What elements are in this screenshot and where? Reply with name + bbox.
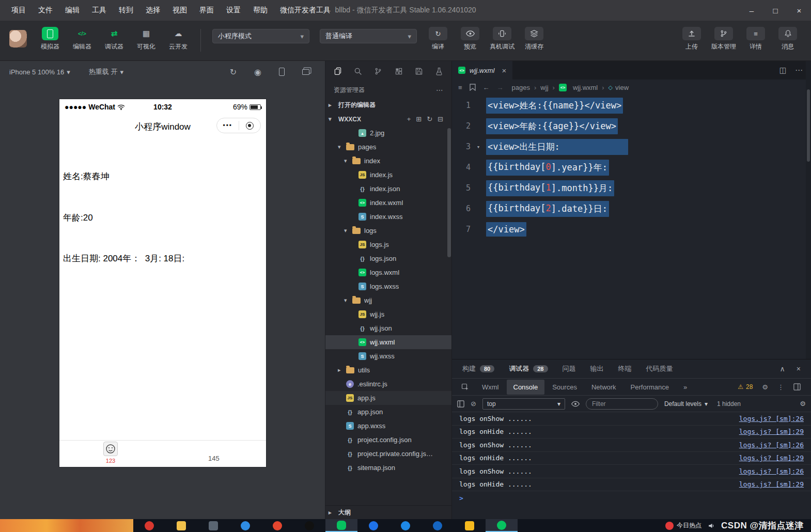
tree-item-wjj-json[interactable]: wjj.json — [325, 321, 451, 335]
panel-close-icon[interactable]: × — [797, 365, 801, 373]
search-icon[interactable] — [354, 67, 362, 75]
tree-item-logs-wxml[interactable]: logs.wxml — [325, 265, 451, 279]
tree-item-index-wxss[interactable]: index.wxss — [325, 210, 451, 224]
record-stop-icon[interactable]: ◉ — [254, 67, 261, 77]
restart-icon[interactable]: ↻ — [230, 67, 237, 77]
version-control-button[interactable]: 版本管理 — [708, 26, 740, 51]
console-source-link[interactable]: logs.js? [sm]:26 — [739, 467, 804, 475]
menu-project[interactable]: 项目 — [5, 0, 32, 21]
devtools-tab-wxml[interactable]: Wxml — [475, 380, 506, 395]
user-avatar[interactable] — [9, 30, 27, 48]
remote-debug-button[interactable]: 真机调试 — [486, 26, 518, 51]
tree-item-app-wxss[interactable]: app.wxss — [325, 419, 451, 433]
tree-item-index-js[interactable]: index.js — [325, 168, 451, 182]
close-button[interactable]: × — [787, 0, 811, 21]
console-source-link[interactable]: logs.js? [sm]:29 — [739, 428, 804, 435]
collapse-all-icon[interactable]: ⊟ — [438, 115, 443, 123]
new-file-icon[interactable]: + — [407, 115, 411, 123]
taskbar-app-player[interactable] — [389, 519, 422, 532]
menu-edit[interactable]: 编辑 — [59, 0, 86, 21]
tab-terminal[interactable]: 终端 — [618, 364, 632, 373]
tab-debugger[interactable]: 调试器28 — [509, 364, 548, 373]
save-icon[interactable] — [415, 67, 423, 75]
tree-item-wjj-wxml[interactable]: wjj.wxml — [325, 335, 451, 349]
menu-help[interactable]: 帮助 — [247, 0, 274, 21]
tree-folder-wjj[interactable]: ▾wjj — [325, 293, 451, 307]
explorer-scrollbar[interactable] — [447, 128, 451, 257]
debugger-toggle-button[interactable]: 调试器 — [98, 26, 130, 51]
devtools-tab-sources[interactable]: Sources — [545, 380, 584, 395]
devtools-menu-icon[interactable]: ⋮ — [777, 383, 784, 391]
tab-problems[interactable]: 问题 — [563, 364, 576, 373]
compile-button[interactable]: ↻ 编译 — [422, 26, 454, 51]
messages-button[interactable]: 消息 — [772, 26, 804, 51]
warning-counter[interactable]: ⚠28 — [738, 383, 753, 390]
devtools-tab-console[interactable]: Console — [507, 380, 545, 395]
clear-console-icon[interactable]: ⊘ — [471, 400, 476, 408]
console-source-link[interactable]: logs.js? [sm]:26 — [739, 441, 804, 449]
nav-forward-icon[interactable]: → — [497, 84, 504, 91]
tree-item-2-jpg[interactable]: 2.jpg — [325, 126, 451, 140]
panel-expand-icon[interactable]: ∧ — [780, 365, 785, 373]
console-source-link[interactable]: logs.js? [sm]:29 — [739, 454, 804, 462]
devtools-settings-icon[interactable]: ⚙ — [762, 383, 768, 391]
refresh-explorer-icon[interactable]: ↻ — [427, 115, 432, 123]
console-prompt[interactable]: > — [452, 491, 811, 505]
console-filter-input[interactable] — [586, 398, 658, 410]
console-eye-icon[interactable] — [571, 401, 580, 407]
new-folder-icon[interactable]: ⊞ — [416, 115, 422, 123]
console-source-link[interactable]: logs.js? [sm]:26 — [739, 415, 804, 423]
devtools-more-tabs-icon[interactable]: » — [677, 380, 694, 395]
tree-item-sitemap[interactable]: sitemap.json — [325, 461, 451, 475]
extensions-icon[interactable] — [395, 67, 403, 75]
tree-item-logs-js[interactable]: logs.js — [325, 238, 451, 252]
tree-folder-logs[interactable]: ▾logs — [325, 224, 451, 238]
clear-cache-button[interactable]: 清缓存 — [518, 26, 550, 51]
hot-topics-widget[interactable]: 今日热点 — [665, 521, 701, 530]
outline-list-icon[interactable]: ≡ — [458, 84, 462, 91]
menu-tools[interactable]: 工具 — [86, 0, 113, 21]
split-editor-icon[interactable]: ◫ — [779, 66, 787, 75]
fold-chevron-icon[interactable]: ▾ — [471, 144, 486, 150]
upload-button[interactable]: 上传 — [676, 26, 708, 51]
breadcrumb-file[interactable]: wjj.wxml — [559, 84, 598, 91]
taskbar-app-browser[interactable] — [422, 519, 454, 532]
menu-goto[interactable]: 转到 — [113, 0, 139, 21]
visualize-button[interactable]: 可视化 — [130, 26, 162, 51]
log-levels-select[interactable]: Default levels ▾ — [664, 400, 708, 408]
taskbar-app-devtools[interactable] — [486, 519, 518, 532]
inspect-element-icon[interactable] — [456, 383, 474, 391]
scrollbar-thumb[interactable] — [807, 89, 810, 162]
breadcrumb-pages[interactable]: pages — [512, 84, 530, 91]
simulator-toggle-button[interactable]: 模拟器 — [34, 26, 66, 51]
editor-more-icon[interactable]: ⋯ — [795, 66, 803, 75]
tree-item-project-config[interactable]: project.config.json — [325, 433, 451, 447]
menu-file[interactable]: 文件 — [32, 0, 59, 21]
tab-output[interactable]: 输出 — [590, 364, 604, 373]
taskbar-app-red[interactable] — [133, 519, 165, 532]
tree-item-app-js[interactable]: app.js — [325, 391, 451, 405]
breadcrumb-view[interactable]: ◇view — [609, 84, 629, 91]
menu-settings[interactable]: 设置 — [220, 0, 247, 21]
tree-item-logs-wxss[interactable]: logs.wxss — [325, 279, 451, 293]
tree-item-index-wxml[interactable]: index.wxml — [325, 196, 451, 210]
code-editor[interactable]: 1 <view>姓名:{{name}}</view> 2 <view>年龄:{{… — [452, 95, 806, 359]
taskbar-app-myhp[interactable] — [197, 519, 229, 532]
multi-window-icon[interactable] — [302, 69, 309, 75]
devtools-tab-network[interactable]: Network — [585, 380, 623, 395]
tree-item-index-json[interactable]: index.json — [325, 182, 451, 196]
tab-wjj-wxml[interactable]: wjj.wxml × — [452, 61, 512, 80]
compile-mode-select[interactable]: 普通编译 ▾ — [320, 29, 417, 43]
editor-scrollbar[interactable] — [806, 61, 811, 359]
tree-item-wjj-wxss[interactable]: wjj.wxss — [325, 349, 451, 363]
tree-item-project-private-config[interactable]: project.private.config.js… — [325, 447, 451, 461]
cloud-dev-button[interactable]: 云开发 — [162, 26, 194, 51]
taskbar-app-blue[interactable] — [229, 519, 261, 532]
taskbar-app-music[interactable] — [261, 519, 293, 532]
menu-devtools[interactable]: 微信开发者工具 — [274, 0, 337, 21]
tree-folder-pages[interactable]: ▾pages — [325, 140, 451, 154]
console-source-link[interactable]: logs.js? [sm]:29 — [739, 480, 804, 488]
news-widget[interactable] — [0, 519, 133, 532]
explorer-more-icon[interactable]: ⋯ — [436, 86, 443, 94]
maximize-button[interactable]: □ — [763, 0, 787, 21]
